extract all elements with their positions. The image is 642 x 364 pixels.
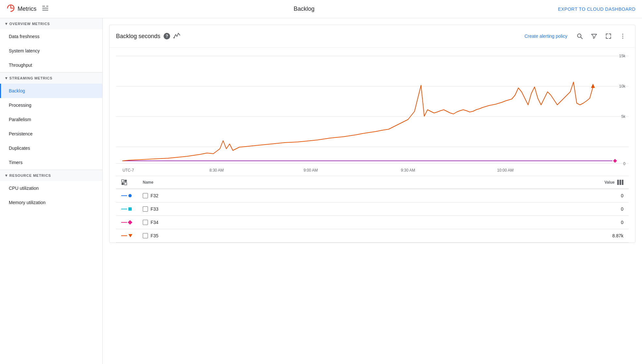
- content-area: Backlog seconds ? Create alerting policy: [103, 18, 642, 364]
- svg-point-7: [622, 36, 623, 37]
- legend-row-indicator-f35: [116, 229, 138, 243]
- svg-point-4: [173, 37, 175, 38]
- sidebar-section-resource-label: RESOURCE METRICS: [9, 174, 51, 177]
- svg-point-6: [622, 34, 623, 35]
- svg-rect-26: [122, 180, 124, 182]
- legend-row-name-f34: F34: [138, 216, 368, 229]
- legend-row-value-f32: 0: [368, 189, 629, 203]
- legend-th-name: Name: [138, 176, 368, 189]
- svg-rect-3: [46, 6, 48, 7]
- svg-text:10k: 10k: [619, 84, 625, 89]
- sidebar-item-timers[interactable]: Timers: [0, 155, 102, 170]
- legend-row-value-f35: 8.87k: [368, 229, 629, 243]
- legend-row-value-f33: 0: [368, 203, 629, 216]
- main-layout: ▾ OVERVIEW METRICS Data freshness System…: [0, 18, 642, 364]
- svg-rect-28: [122, 183, 124, 185]
- sidebar-item-throughput[interactable]: Throughput: [0, 58, 102, 72]
- export-button[interactable]: EXPORT TO CLOUD DASHBOARD: [558, 7, 635, 12]
- svg-text:9:30 AM: 9:30 AM: [401, 168, 415, 173]
- svg-marker-20: [591, 84, 595, 88]
- row-checkbox-f35[interactable]: [143, 233, 148, 238]
- svg-text:9:00 AM: 9:00 AM: [303, 168, 318, 173]
- svg-rect-29: [124, 183, 127, 185]
- sidebar-item-duplicates[interactable]: Duplicates: [0, 141, 102, 155]
- svg-point-8: [622, 38, 623, 39]
- chevron-down-icon: ▾: [5, 173, 7, 178]
- legend-row-value-f34: 0: [368, 216, 629, 229]
- chart-actions: Create alerting policy: [524, 30, 629, 42]
- sidebar-item-system-latency[interactable]: System latency: [0, 44, 102, 58]
- chart-svg: 15k 10k 5k 0 UTC-7: [116, 53, 629, 173]
- app-logo: Metrics: [7, 4, 36, 14]
- chart-title-group: Backlog seconds ?: [116, 32, 181, 41]
- table-row: F34 0: [116, 216, 629, 229]
- sidebar-section-overview-label: OVERVIEW METRICS: [9, 22, 50, 26]
- sidebar-section-streaming-label: STREAMING METRICS: [9, 76, 52, 80]
- expand-icon-btn[interactable]: [603, 30, 614, 42]
- row-checkbox-f32[interactable]: [143, 193, 148, 198]
- svg-rect-1: [42, 8, 48, 8]
- svg-rect-2: [42, 10, 48, 10]
- top-bar: Metrics Backlog EXPORT TO CLOUD DASHBOAR…: [0, 0, 642, 18]
- sidebar-item-cpu-utilization[interactable]: CPU utilization: [0, 181, 102, 195]
- logo-icon: [7, 4, 15, 14]
- chart-svg-container: 15k 10k 5k 0 UTC-7: [116, 53, 629, 173]
- sidebar-section-overview[interactable]: ▾ OVERVIEW METRICS: [0, 18, 102, 29]
- sidebar-item-processing[interactable]: Processing: [0, 98, 102, 112]
- chevron-down-icon: ▾: [5, 76, 7, 80]
- svg-text:8:30 AM: 8:30 AM: [210, 168, 224, 173]
- app-title: Metrics: [18, 6, 36, 12]
- sidebar-item-backlog[interactable]: Backlog: [0, 84, 102, 98]
- chart-body: 15k 10k 5k 0 UTC-7: [109, 48, 635, 243]
- columns-icon[interactable]: [617, 180, 623, 185]
- metrics-chart-icon[interactable]: [173, 32, 181, 41]
- legend-row-name-f32: F32: [138, 189, 368, 203]
- sidebar: ▾ OVERVIEW METRICS Data freshness System…: [0, 18, 103, 364]
- svg-text:15k: 15k: [619, 54, 625, 58]
- sidebar-section-streaming[interactable]: ▾ STREAMING METRICS: [0, 72, 102, 84]
- row-checkbox-f33[interactable]: [143, 206, 148, 212]
- page-title: Backlog: [294, 6, 314, 12]
- legend-row-indicator-f34: [116, 216, 138, 229]
- sidebar-section-resource[interactable]: ▾ RESOURCE METRICS: [0, 170, 102, 181]
- legend-row-name-f33: F33: [138, 203, 368, 216]
- sidebar-item-data-freshness[interactable]: Data freshness: [0, 29, 102, 44]
- chart-title: Backlog seconds: [116, 33, 160, 40]
- row-checkbox-f34[interactable]: [143, 220, 148, 225]
- svg-rect-27: [124, 180, 127, 182]
- svg-text:UTC-7: UTC-7: [123, 168, 134, 173]
- svg-text:0: 0: [623, 161, 625, 166]
- help-icon[interactable]: ?: [164, 33, 170, 39]
- sidebar-item-memory-utilization[interactable]: Memory utilization: [0, 195, 102, 210]
- search-icon-btn[interactable]: [574, 30, 586, 42]
- sidebar-item-parallelism[interactable]: Parallelism: [0, 112, 102, 127]
- sidebar-item-persistence[interactable]: Persistence: [0, 127, 102, 141]
- svg-rect-0: [42, 6, 45, 7]
- table-row: F33 0: [116, 203, 629, 216]
- svg-marker-19: [613, 159, 617, 163]
- legend-th-icon: [116, 176, 138, 189]
- svg-text:10:00 AM: 10:00 AM: [497, 168, 513, 173]
- more-options-icon-btn[interactable]: [617, 30, 629, 42]
- chevron-down-icon: ▾: [5, 21, 7, 26]
- svg-text:5k: 5k: [621, 114, 625, 119]
- legend-table: Name Value: [116, 176, 629, 243]
- legend-row-indicator-f33: [116, 203, 138, 216]
- table-row: F32 0: [116, 189, 629, 203]
- create-alert-link[interactable]: Create alerting policy: [524, 34, 567, 39]
- sidebar-toggle[interactable]: [40, 3, 50, 15]
- legend-row-name-f35: F35: [138, 229, 368, 243]
- legend-th-value: Value: [368, 176, 629, 189]
- legend-row-indicator-f32: [116, 189, 138, 203]
- top-bar-left: Metrics: [7, 3, 50, 15]
- chart-header: Backlog seconds ? Create alerting policy: [109, 25, 635, 48]
- table-row: F35 8.87k: [116, 229, 629, 243]
- chart-card: Backlog seconds ? Create alerting policy: [109, 25, 635, 243]
- filter-icon-btn[interactable]: [588, 30, 600, 42]
